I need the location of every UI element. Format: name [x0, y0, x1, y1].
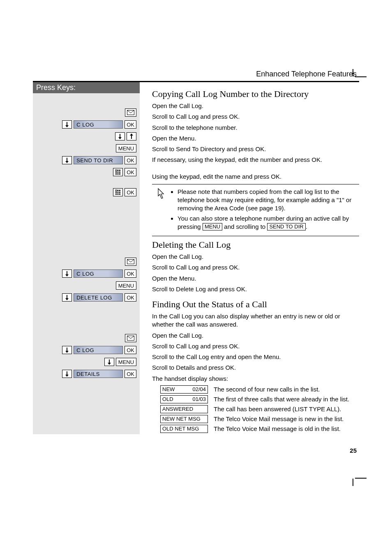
note-item: You can also store a telephone number du… [178, 214, 357, 231]
keypad-icon[interactable] [113, 168, 123, 176]
status-box-old-net-msg: OLD NET MSG [160, 425, 208, 433]
svg-rect-24 [115, 193, 117, 195]
status-box-new-net-msg: NEW NET MSG [160, 415, 208, 423]
mail-icon[interactable] [125, 108, 136, 117]
ok-button[interactable]: OK [125, 269, 136, 278]
status-desc: The Telco Voice Mail message is old in t… [214, 425, 359, 433]
crop-mark-top-right [353, 73, 367, 88]
svg-marker-36 [108, 363, 111, 365]
note-item: Please note that numbers copied from the… [178, 188, 357, 213]
svg-rect-18 [115, 190, 117, 191]
svg-rect-13 [118, 172, 119, 173]
status-desc: The call has been answered (LIST TYPE AL… [214, 405, 359, 413]
note-box: Please note that numbers copied from the… [152, 184, 359, 236]
lcd-c-log: C LOG [74, 269, 123, 278]
status-desc: The second of four new calls in the list… [214, 385, 359, 394]
lcd-send-to-dir: SEND TO DIR [74, 156, 123, 164]
svg-rect-25 [118, 193, 119, 195]
svg-rect-21 [115, 192, 117, 193]
arrow-down-icon[interactable] [104, 358, 114, 366]
svg-marker-39 [158, 189, 164, 198]
menu-button[interactable]: MENU [116, 144, 136, 152]
mail-icon[interactable] [125, 258, 136, 266]
step-text: Open the Menu. [152, 274, 359, 283]
step-text: Using the keypad, edit the name and pres… [152, 173, 359, 181]
step-text: Scroll to Delete Log and press OK. [152, 285, 359, 293]
arrow-down-icon[interactable] [62, 156, 72, 164]
svg-rect-11 [119, 170, 120, 171]
svg-marker-31 [65, 298, 69, 300]
inline-key-send-to-dir: SEND TO DIR [267, 223, 305, 230]
lcd-details: DETAILS [74, 370, 123, 378]
mail-icon[interactable] [125, 334, 136, 342]
svg-rect-9 [115, 170, 117, 171]
pointer-icon [154, 188, 166, 233]
svg-marker-29 [65, 274, 69, 276]
arrow-down-icon[interactable] [115, 132, 125, 140]
ok-button[interactable]: OK [125, 293, 136, 302]
key-panel: C LOG OK MENU [33, 93, 140, 434]
svg-rect-22 [118, 192, 119, 193]
lcd-delete-log: DELETE LOG [74, 293, 123, 302]
arrow-down-icon[interactable] [62, 293, 72, 302]
ok-button[interactable]: OK [125, 156, 136, 164]
keypad-icon[interactable] [113, 188, 123, 196]
arrow-down-icon[interactable] [62, 120, 72, 129]
svg-marker-38 [65, 375, 69, 377]
svg-rect-20 [119, 190, 120, 191]
arrow-down-icon[interactable] [62, 269, 72, 278]
section-title-status: Finding Out the Status of a Call [152, 299, 359, 310]
svg-marker-6 [130, 134, 133, 136]
step-text: Scroll to Details and press OK. [152, 364, 359, 372]
svg-rect-26 [119, 193, 120, 195]
svg-rect-16 [118, 173, 119, 175]
step-text: Scroll to Send To Directory and press OK… [152, 145, 359, 153]
svg-marker-2 [65, 125, 69, 127]
status-desc: The first of three calls that were alrea… [214, 395, 359, 403]
svg-rect-17 [119, 173, 120, 175]
step-text: Scroll to the telephone number. [152, 124, 359, 132]
page-number: 25 [33, 447, 359, 454]
svg-rect-19 [118, 190, 119, 191]
step-text: Scroll to Call Log and press OK. [152, 113, 359, 121]
page-header-title: Enhanced Telephone Features [33, 70, 359, 78]
step-text: Open the Call Log. [152, 102, 359, 110]
ok-button[interactable]: OK [125, 120, 136, 129]
svg-marker-4 [118, 137, 122, 139]
arrow-down-icon[interactable] [62, 346, 72, 354]
status-desc: The Telco Voice Mail message is new in t… [214, 415, 359, 423]
ok-button[interactable]: OK [125, 168, 136, 176]
step-text: Open the Call Log. [152, 253, 359, 261]
svg-marker-8 [65, 161, 69, 163]
menu-button[interactable]: MENU [116, 358, 136, 366]
status-box-new: NEW02/04 [160, 385, 208, 394]
press-keys-title: Press Keys: [33, 82, 140, 93]
step-text: The handset display shows: [152, 375, 359, 383]
arrow-up-icon[interactable] [127, 132, 136, 140]
svg-marker-34 [65, 351, 69, 353]
step-text: Scroll to Call Log and press OK. [152, 342, 359, 350]
svg-rect-12 [115, 172, 117, 173]
crop-mark-bottom-right [353, 467, 367, 482]
svg-rect-23 [119, 192, 120, 193]
ok-button[interactable]: OK [125, 370, 136, 378]
ok-button[interactable]: OK [125, 188, 136, 196]
status-box-old: OLD01/03 [160, 395, 208, 403]
intro-text: In the Call Log you can also display whe… [152, 312, 359, 329]
status-box-answered: ANSWERED [160, 405, 208, 413]
svg-rect-15 [115, 173, 117, 175]
arrow-down-icon[interactable] [62, 370, 72, 378]
ok-button[interactable]: OK [125, 346, 136, 354]
step-text: If necessary, using the keypad, edit the… [152, 156, 359, 164]
svg-rect-10 [118, 170, 119, 171]
step-text: Open the Call Log. [152, 332, 359, 340]
lcd-c-log: C LOG [74, 120, 123, 129]
lcd-c-log: C LOG [74, 346, 123, 354]
step-text: Open the Menu. [152, 134, 359, 143]
step-text: Scroll to the Call Log entry and open th… [152, 353, 359, 361]
step-text: Scroll to Call Log and press OK. [152, 263, 359, 272]
menu-button[interactable]: MENU [116, 281, 136, 290]
inline-key-menu: MENU [203, 223, 222, 230]
svg-rect-14 [119, 172, 120, 173]
section-title-delete: Deleting the Call Log [152, 240, 359, 250]
